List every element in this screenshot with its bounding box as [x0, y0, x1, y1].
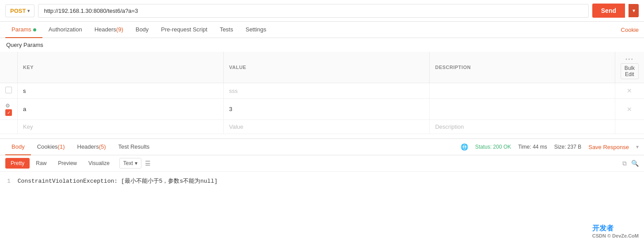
tab-params[interactable]: Params: [5, 22, 42, 38]
col-header-key: KEY: [18, 52, 224, 83]
resp-tab-cookies[interactable]: Cookies(1): [31, 139, 71, 155]
send-dropdown-button[interactable]: ▾: [629, 4, 639, 17]
newrow-actions-cell: [615, 120, 644, 134]
newrow-check-cell: [0, 120, 18, 134]
top-bar: POST ▾ Send ▾: [0, 0, 644, 22]
newrow-value-cell[interactable]: Value: [224, 120, 430, 134]
send-button[interactable]: Send: [592, 4, 625, 18]
copy-icon[interactable]: ⧉: [622, 160, 627, 167]
row1-delete-icon[interactable]: ✕: [627, 87, 632, 94]
save-response-chevron[interactable]: ▾: [636, 144, 639, 150]
out-tab-visualize[interactable]: Visualize: [83, 158, 115, 169]
col-header-actions: ··· Bulk Edit: [615, 52, 644, 83]
line-number: 1: [7, 178, 11, 184]
response-section: Body Cookies(1) Headers(5) Test Results …: [0, 138, 644, 190]
row2-key-cell[interactable]: a: [18, 99, 224, 120]
type-chevron-icon: ▾: [135, 160, 137, 166]
table-row: ⚙ ✓ a 3 ✕: [0, 99, 644, 120]
row1-value-cell[interactable]: sss: [224, 83, 430, 99]
params-table: KEY VALUE DESCRIPTION ··· Bulk Edit s: [0, 52, 644, 134]
response-tabs-bar: Body Cookies(1) Headers(5) Test Results …: [0, 139, 644, 155]
bulk-edit-button[interactable]: Bulk Edit: [621, 63, 639, 79]
tab-pre-request[interactable]: Pre-request Script: [155, 22, 213, 38]
resp-tab-body[interactable]: Body: [5, 139, 31, 155]
code-content: ConstraintViolationException: [最小不能小于5，参…: [18, 178, 217, 184]
globe-icon: 🌐: [461, 143, 468, 150]
resp-tab-test-results[interactable]: Test Results: [112, 139, 156, 155]
row1-actions-cell: ✕: [615, 83, 644, 99]
col-header-check: [0, 52, 18, 83]
col-header-description: DESCRIPTION: [430, 52, 615, 83]
wrap-icon[interactable]: ☰: [145, 160, 151, 167]
url-input[interactable]: [38, 4, 588, 18]
time-info: Time: 44 ms: [518, 144, 547, 150]
newrow-key-cell[interactable]: Key: [18, 120, 224, 134]
tab-tests[interactable]: Tests: [213, 22, 239, 38]
save-response-button[interactable]: Save Response: [588, 144, 629, 150]
row1-desc-cell[interactable]: [430, 83, 615, 99]
newrow-desc-cell[interactable]: Description: [430, 120, 615, 134]
col-header-value: VALUE: [224, 52, 430, 83]
cookie-link[interactable]: Cookie: [621, 27, 639, 33]
resp-tab-headers[interactable]: Headers(5): [71, 139, 112, 155]
table-row: s sss ✕: [0, 83, 644, 99]
tab-headers[interactable]: Headers(9): [88, 22, 130, 38]
size-info: Size: 237 B: [554, 144, 581, 150]
row1-checkbox[interactable]: [5, 87, 12, 93]
search-icon[interactable]: 🔍: [631, 160, 639, 167]
status-badge: Status: 200 OK: [475, 144, 511, 150]
out-tab-raw[interactable]: Raw: [30, 158, 52, 169]
row2-actions-cell: ✕: [615, 99, 644, 120]
tab-settings[interactable]: Settings: [239, 22, 272, 38]
tab-authorization[interactable]: Authorization: [42, 22, 88, 38]
row1-check-cell: [0, 83, 18, 99]
code-output: 1ConstraintViolationException: [最小不能小于5，…: [0, 172, 644, 190]
filter-icon: ⚙: [5, 103, 10, 109]
method-selector[interactable]: POST ▾: [5, 4, 34, 17]
row2-check-cell: ⚙ ✓: [0, 99, 18, 120]
tab-body[interactable]: Body: [130, 22, 155, 38]
type-selector[interactable]: Text ▾: [119, 158, 141, 169]
method-label: POST: [10, 8, 26, 14]
row2-value-cell[interactable]: 3: [224, 99, 430, 120]
request-tabs: Params Authorization Headers(9) Body Pre…: [0, 22, 644, 38]
row2-checkbox[interactable]: ✓: [5, 109, 12, 116]
status-info: 🌐 Status: 200 OK Time: 44 ms Size: 237 B…: [461, 143, 639, 150]
method-chevron-icon: ▾: [27, 8, 30, 13]
output-toolbar: Pretty Raw Preview Visualize Text ▾ ☰ ⧉ …: [0, 155, 644, 172]
table-row-new: Key Value Description: [0, 120, 644, 134]
params-dot: [33, 28, 36, 31]
query-params-label: Query Params: [0, 38, 644, 52]
row2-delete-icon[interactable]: ✕: [627, 106, 632, 113]
out-tab-preview[interactable]: Preview: [53, 158, 82, 169]
out-tab-pretty[interactable]: Pretty: [5, 158, 30, 169]
row1-key-cell[interactable]: s: [18, 83, 224, 99]
row2-desc-cell[interactable]: [430, 99, 615, 120]
bulk-edit-dots[interactable]: ···: [625, 55, 634, 63]
